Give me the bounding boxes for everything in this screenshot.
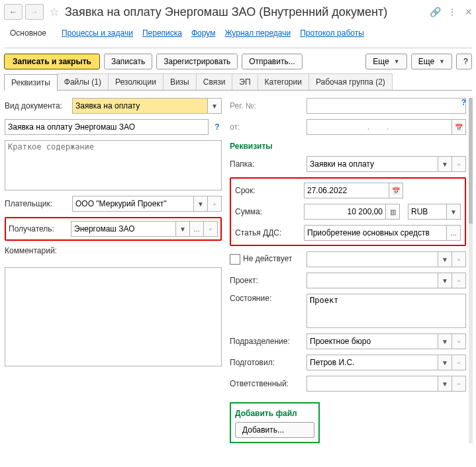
responsible-label: Ответственный:: [230, 379, 303, 388]
favorite-star-icon[interactable]: ☆: [49, 5, 60, 19]
nav-main[interactable]: Основное: [4, 25, 52, 41]
tab-resolutions[interactable]: Резолюции: [108, 73, 164, 90]
tab-files[interactable]: Файлы (1): [57, 73, 109, 90]
from-date-input[interactable]: [307, 119, 452, 135]
status-textarea[interactable]: Проект: [307, 294, 466, 328]
sum-label: Сумма:: [235, 207, 300, 216]
more-button-2[interactable]: Еще▼: [411, 54, 452, 69]
project-dropdown-button[interactable]: ▼: [438, 273, 452, 288]
recipient-open-button[interactable]: ▫: [204, 221, 218, 237]
calendar-icon: 📅: [392, 187, 400, 194]
doc-type-dropdown-button[interactable]: ▼: [207, 98, 222, 114]
dept-dropdown-button[interactable]: ▼: [438, 333, 452, 349]
dds-select-button[interactable]: …: [446, 225, 461, 241]
payer-dropdown-button[interactable]: ▼: [193, 196, 208, 212]
from-label: от:: [230, 122, 303, 132]
prepared-open-button[interactable]: ▫: [452, 355, 466, 370]
dept-label: Подразделение:: [230, 337, 303, 346]
calendar-icon: 📅: [455, 124, 463, 131]
payer-open-button[interactable]: ▫: [208, 196, 222, 212]
nav-forward-button[interactable]: →: [25, 4, 44, 20]
add-file-title: Добавить файл: [235, 409, 314, 418]
recipient-dropdown-button[interactable]: ▼: [175, 221, 190, 237]
nav-processes[interactable]: Процессы и задачи: [62, 26, 133, 40]
recipient-select-button[interactable]: …: [190, 221, 204, 237]
folder-input[interactable]: [307, 156, 438, 172]
nav-forum[interactable]: Форум: [191, 26, 215, 40]
nav-correspondence[interactable]: Переписка: [142, 26, 182, 40]
payer-input[interactable]: [72, 196, 193, 212]
tab-workgroup[interactable]: Рабочая группа (2): [309, 73, 393, 90]
summary-textarea[interactable]: [5, 140, 222, 191]
dds-label: Статья ДДС:: [235, 228, 300, 237]
chevron-down-icon: ▼: [439, 58, 445, 65]
inactive-checkbox-wrap[interactable]: Не действует: [230, 254, 303, 265]
save-close-button[interactable]: Записать и закрыть: [4, 54, 100, 69]
dept-input[interactable]: [307, 333, 438, 349]
calculator-icon: ▥: [390, 208, 396, 216]
dds-input[interactable]: [304, 225, 446, 241]
dept-open-button[interactable]: ▫: [452, 333, 466, 349]
link-icon[interactable]: 🔗: [430, 7, 441, 17]
tab-ep[interactable]: ЭП: [232, 73, 258, 90]
subject-input[interactable]: [5, 119, 209, 135]
section-requisites-title: Реквизиты: [230, 142, 466, 151]
currency-input[interactable]: [408, 204, 446, 220]
payer-label: Плательщик:: [5, 199, 68, 208]
vertical-scrollbar[interactable]: [469, 98, 473, 443]
folder-open-button[interactable]: ▫: [452, 156, 466, 172]
responsible-dropdown-button[interactable]: ▼: [438, 376, 452, 392]
subject-help-icon[interactable]: ?: [213, 122, 222, 132]
due-date-picker-button[interactable]: 📅: [389, 183, 403, 198]
context-help-icon[interactable]: ?: [461, 98, 466, 107]
prepared-label: Подготовил:: [230, 358, 303, 367]
from-date-picker-button[interactable]: 📅: [452, 119, 466, 135]
doc-type-input[interactable]: [72, 98, 207, 114]
folder-dropdown-button[interactable]: ▼: [438, 156, 452, 172]
prepared-dropdown-button[interactable]: ▼: [438, 355, 452, 370]
folder-label: Папка:: [230, 159, 303, 169]
add-file-button[interactable]: Добавить...: [235, 422, 314, 438]
nav-journal[interactable]: Журнал передачи: [224, 26, 291, 40]
project-label: Проект:: [230, 276, 303, 285]
save-button[interactable]: Записать: [104, 54, 152, 69]
recipient-label: Получатель:: [9, 224, 67, 234]
currency-dropdown-button[interactable]: ▼: [446, 204, 461, 220]
tab-visas[interactable]: Визы: [163, 73, 197, 90]
responsible-input[interactable]: [307, 376, 438, 392]
window-title: Заявка на оплату Энергомаш ЗАО (Внутренн…: [65, 5, 427, 19]
inactive-checkbox[interactable]: [230, 254, 240, 265]
due-label: Срок:: [235, 186, 300, 195]
chevron-down-icon: ▼: [394, 58, 400, 65]
close-window-icon[interactable]: ×: [465, 5, 472, 19]
send-button[interactable]: Отправить...: [242, 54, 303, 69]
doc-type-label: Вид документа:: [5, 101, 68, 110]
inactive-dropdown-button[interactable]: ▼: [438, 251, 452, 267]
sum-calc-button[interactable]: ▥: [385, 204, 400, 220]
responsible-open-button[interactable]: ▫: [452, 376, 466, 392]
comment-label: Комментарий:: [5, 246, 68, 255]
tab-links[interactable]: Связи: [196, 73, 233, 90]
prepared-input[interactable]: [307, 355, 438, 370]
comment-textarea[interactable]: [5, 267, 222, 366]
regno-input[interactable]: [307, 98, 466, 114]
sum-input[interactable]: [304, 204, 385, 220]
recipient-input[interactable]: [71, 221, 175, 237]
register-button[interactable]: Зарегистрировать: [156, 54, 238, 69]
more-menu-icon[interactable]: ⋮: [448, 7, 457, 17]
tab-requisites[interactable]: Реквизиты: [4, 74, 58, 91]
inactive-open-button[interactable]: ▫: [452, 251, 466, 267]
project-open-button[interactable]: ▫: [452, 273, 466, 288]
due-date-input[interactable]: [304, 183, 389, 198]
project-input[interactable]: [307, 273, 438, 288]
help-button[interactable]: ?: [456, 54, 472, 69]
regno-label: Рег. №:: [230, 101, 303, 110]
inactive-input[interactable]: [307, 251, 438, 267]
status-label: Состояние:: [230, 294, 303, 303]
tab-categories[interactable]: Категории: [258, 73, 309, 90]
more-button-1[interactable]: Еще▼: [365, 54, 406, 69]
nav-protocol[interactable]: Протокол работы: [300, 26, 364, 40]
nav-back-button[interactable]: ←: [4, 4, 23, 20]
